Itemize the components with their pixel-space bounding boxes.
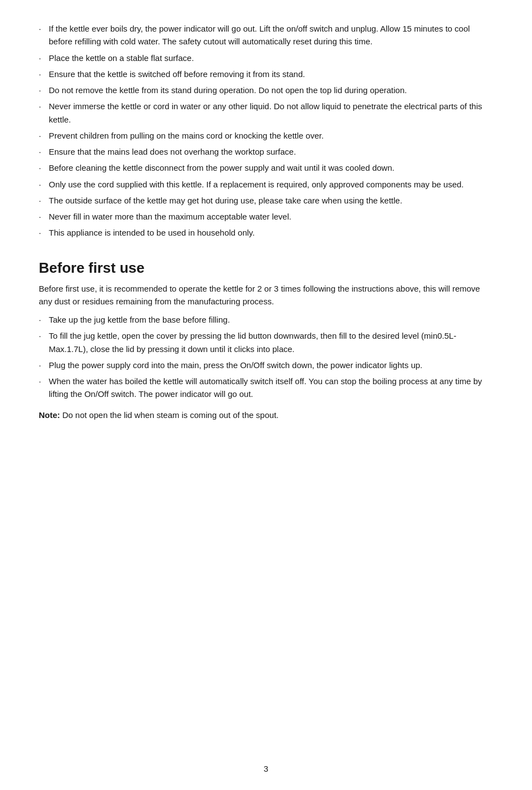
list-item: · The outside surface of the kettle may …: [39, 194, 493, 207]
top-section: · If the kettle ever boils dry, the powe…: [39, 22, 493, 239]
list-item: · If the kettle ever boils dry, the powe…: [39, 22, 493, 48]
section-intro-paragraph: Before first use, it is recommended to o…: [39, 282, 493, 308]
list-item: · Place the kettle on a stable flat surf…: [39, 52, 493, 64]
bullet-dot: ·: [39, 178, 49, 191]
list-item: · Only use the cord supplied with this k…: [39, 178, 493, 191]
bullet-text: This appliance is intended to be used in…: [49, 226, 493, 239]
list-item: · Ensure that the mains lead does not ov…: [39, 145, 493, 158]
bullet-dot: ·: [39, 375, 49, 388]
page: · If the kettle ever boils dry, the powe…: [0, 0, 532, 790]
list-item: · Do not remove the kettle from its stan…: [39, 84, 493, 96]
bullet-text: To fill the jug kettle, open the cover b…: [49, 329, 493, 355]
bullet-dot: ·: [39, 161, 49, 174]
before-first-use-section: Before first use Before first use, it is…: [39, 259, 493, 421]
bullet-text: Prevent children from pulling on the mai…: [49, 129, 493, 142]
list-item: · Ensure that the kettle is switched off…: [39, 68, 493, 80]
bullet-dot: ·: [39, 329, 49, 342]
bullet-text: Never fill in water more than the maximu…: [49, 210, 493, 223]
bullet-text: Take up the jug kettle from the base bef…: [49, 313, 493, 326]
bullet-text: Place the kettle on a stable flat surfac…: [49, 52, 493, 64]
list-item: · Never immerse the kettle or cord in wa…: [39, 100, 493, 126]
bullet-text: The outside surface of the kettle may ge…: [49, 194, 493, 207]
bullet-dot: ·: [39, 68, 49, 80]
bullet-text: Ensure that the mains lead does not over…: [49, 145, 493, 158]
bullet-text: When the water has boiled the kettle wil…: [49, 375, 493, 401]
bullet-dot: ·: [39, 84, 49, 96]
bullet-dot: ·: [39, 22, 49, 35]
bullet-dot: ·: [39, 100, 49, 113]
bullet-dot: ·: [39, 52, 49, 64]
bullet-dot: ·: [39, 226, 49, 239]
section-bullet-list: · Take up the jug kettle from the base b…: [39, 313, 493, 401]
top-bullet-list: · If the kettle ever boils dry, the powe…: [39, 22, 493, 239]
bullet-text: Do not remove the kettle from its stand …: [49, 84, 493, 96]
bullet-text: Only use the cord supplied with this ket…: [49, 178, 493, 191]
list-item: · When the water has boiled the kettle w…: [39, 375, 493, 401]
page-number: 3: [264, 764, 268, 773]
list-item: · This appliance is intended to be used …: [39, 226, 493, 239]
note-label: Note:: [39, 410, 60, 420]
bullet-dot: ·: [39, 194, 49, 207]
bullet-text: Ensure that the kettle is switched off b…: [49, 68, 493, 80]
list-item: · Prevent children from pulling on the m…: [39, 129, 493, 142]
note-text: Do not open the lid when steam is coming…: [60, 410, 278, 420]
section-heading: Before first use: [39, 259, 493, 277]
bullet-dot: ·: [39, 359, 49, 371]
bullet-text: If the kettle ever boils dry, the power …: [49, 22, 493, 48]
bullet-dot: ·: [39, 145, 49, 158]
bullet-text: Plug the power supply cord into the main…: [49, 359, 493, 371]
bullet-text: Before cleaning the kettle disconnect fr…: [49, 161, 493, 174]
bullet-text: Never immerse the kettle or cord in wate…: [49, 100, 493, 126]
note-paragraph: Note: Do not open the lid when steam is …: [39, 409, 493, 421]
list-item: · Before cleaning the kettle disconnect …: [39, 161, 493, 174]
list-item: · Never fill in water more than the maxi…: [39, 210, 493, 223]
list-item: · Plug the power supply cord into the ma…: [39, 359, 493, 371]
bullet-dot: ·: [39, 210, 49, 223]
bullet-dot: ·: [39, 313, 49, 326]
bullet-dot: ·: [39, 129, 49, 142]
list-item: · To fill the jug kettle, open the cover…: [39, 329, 493, 355]
list-item: · Take up the jug kettle from the base b…: [39, 313, 493, 326]
